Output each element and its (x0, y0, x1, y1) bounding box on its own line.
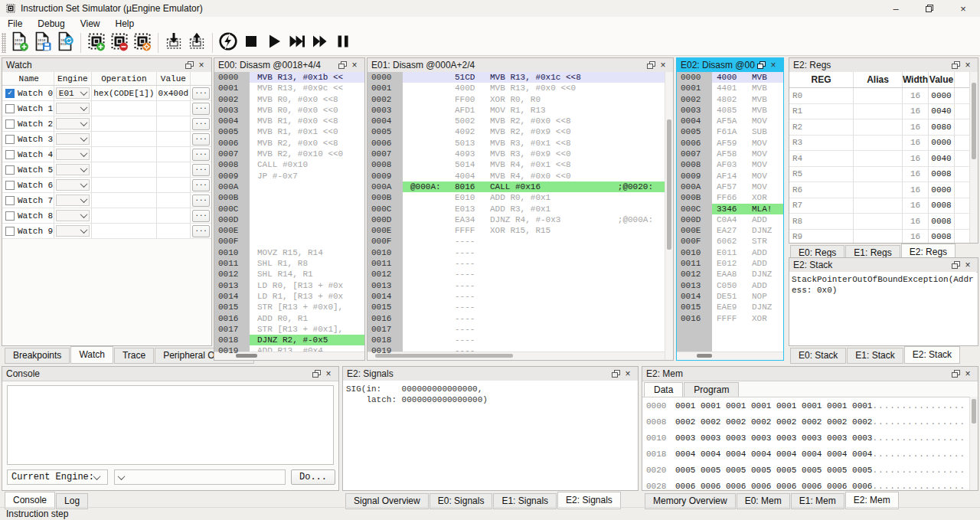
stack-tab[interactable]: E2: Stack (904, 346, 960, 364)
step-over-button[interactable] (286, 31, 309, 54)
disasm-line[interactable]: 0007AF58MOV (677, 149, 783, 159)
mem-row[interactable]: 00100003 0003 0003 0003 0003 0003 0003 0… (642, 430, 970, 446)
disasm-line[interactable]: 00004000MVB (677, 72, 783, 83)
disasm-line[interactable]: 000DC0A4ADD (677, 214, 783, 225)
reg-row[interactable]: R6160000 (789, 182, 970, 198)
disasm-line[interactable]: 00024802MVB (677, 94, 783, 105)
mem-subtab-program[interactable]: Program (684, 382, 739, 398)
disasm-line[interactable]: 0017STR [R13 + #0x1], (214, 324, 364, 335)
menu-item-help[interactable]: Help (108, 17, 142, 30)
disasm-line[interactable]: 0010E011ADD (677, 247, 783, 258)
disasm-line[interactable]: 000A (214, 182, 364, 192)
disasm-line[interactable]: 0014LD R1, [R13 + #0x (214, 291, 364, 302)
disasm-line[interactable]: 0003MVB R0, #0x0 <<0 (214, 105, 364, 116)
command-select[interactable] (114, 469, 286, 485)
float-icon[interactable] (609, 368, 622, 379)
more-button[interactable]: ... (192, 210, 210, 222)
watch-row[interactable]: Watch 4... (2, 147, 211, 162)
engine-combo[interactable] (56, 195, 90, 206)
more-button[interactable]: ... (192, 164, 210, 176)
disasm-line[interactable]: 0010---- (368, 247, 665, 258)
menu-item-debug[interactable]: Debug (30, 17, 72, 30)
stop-button[interactable] (240, 31, 263, 54)
more-button[interactable]: ... (192, 133, 210, 146)
disasm-line[interactable]: 000CE013ADD R3, #0x1 (368, 204, 665, 214)
disasm-line[interactable]: 0012EAA8DJNZ (677, 269, 783, 280)
watch-row[interactable]: Watch 3... (2, 132, 211, 147)
engine-combo[interactable] (56, 179, 90, 191)
disasm-line[interactable]: 000D (214, 214, 364, 225)
scrollbar-thumb[interactable] (667, 119, 671, 250)
disasm-line[interactable]: 0011---- (368, 258, 665, 269)
new-program-button[interactable]: 1010010 (8, 31, 31, 54)
watch-checkbox[interactable] (5, 104, 15, 113)
configure-engine-button[interactable] (131, 31, 154, 54)
disasm-line[interactable]: 000E (214, 225, 364, 236)
disasm-line[interactable]: 0016FFFFXOR (677, 313, 783, 324)
disasm-line[interactable]: 0016ADD R0, R1 (214, 313, 364, 324)
menu-item-view[interactable]: View (73, 17, 108, 30)
dock-tab[interactable]: Watch (70, 346, 113, 364)
watch-checkbox[interactable] (5, 135, 15, 144)
disasm-line[interactable]: 0013LD R0, [R13 + #0x (214, 280, 364, 291)
disasm-line[interactable]: 00054092MVB R2, #0x9 <<0 (368, 126, 665, 137)
disasm-line[interactable]: 0001MVB R13, #0x9c << (214, 83, 364, 93)
reg-row[interactable]: R7160008 (789, 198, 970, 214)
close-icon[interactable]: × (348, 60, 361, 70)
disasm-line[interactable]: 000F---- (368, 236, 665, 247)
close-icon[interactable]: × (962, 60, 974, 70)
disasm-line[interactable]: 0005MVB R1, #0x1 <<0 (214, 126, 364, 137)
disasm-line[interactable]: 0004MVB R1, #0x0 <<8 (214, 116, 364, 126)
more-button[interactable]: ... (192, 179, 210, 191)
float-icon[interactable] (310, 368, 322, 379)
reg-row[interactable]: R5160008 (789, 167, 970, 183)
disasm-line[interactable]: 0015EAE9DJNZ (677, 302, 783, 312)
flash-download-button[interactable] (162, 31, 185, 54)
engine-combo[interactable] (56, 149, 90, 160)
disasm-line[interactable]: 0009JP #-0x7 (214, 171, 364, 182)
more-button[interactable]: ... (192, 195, 210, 207)
disasm-line[interactable]: 0011E012ADD (677, 258, 783, 269)
mem-row[interactable]: 00280006 0006 0006 0006 0006 0006 0006 0… (642, 478, 970, 489)
float-icon[interactable] (949, 260, 962, 270)
disasm-line[interactable]: 0008CALL #0x10 (214, 159, 364, 170)
stack-tab[interactable]: E1: Stack (847, 348, 903, 364)
float-icon[interactable] (645, 60, 657, 70)
disasm-line[interactable]: 000EEA27DJNZ (677, 225, 783, 236)
fast-forward-button[interactable] (309, 31, 332, 54)
dock-tab[interactable]: Trace (114, 348, 154, 364)
disasm-line[interactable]: 00034085MVB (677, 105, 783, 116)
float-icon[interactable] (336, 60, 348, 70)
engine-combo[interactable] (56, 118, 90, 129)
disasm-line[interactable]: 0003AFD1MOV R1, R13 (368, 105, 665, 116)
watch-checkbox[interactable] (5, 227, 15, 236)
reload-program-button[interactable]: 1010010 (54, 31, 77, 54)
watch-row[interactable]: Watch 9... (2, 224, 211, 239)
disasm-line[interactable]: 000051CDMVB R13, #0x1c <<8 (368, 72, 665, 83)
watch-checkbox[interactable]: ✓ (5, 89, 15, 98)
disasm-line[interactable]: 0001400DMVB R13, #0x0 <<0 (368, 83, 665, 93)
disasm-line[interactable]: 00014401MVB (677, 83, 783, 93)
watch-checkbox[interactable] (5, 181, 15, 190)
more-button[interactable]: ... (192, 118, 210, 130)
scrollbar-thumb[interactable] (972, 399, 976, 424)
disasm-line[interactable]: 0012SHL R14, R1 (214, 269, 364, 280)
dock-tab[interactable]: Breakpoints (5, 348, 70, 364)
close-icon[interactable]: × (962, 368, 974, 379)
mem-row[interactable]: 00000001 0001 0001 0001 0001 0001 0001 0… (642, 397, 970, 414)
stack-tab[interactable]: E0: Stack (790, 348, 846, 364)
disasm-line[interactable]: 0017---- (368, 324, 665, 335)
watch-row[interactable]: ✓Watch 0E01hex(CODE[1])0x400d... (2, 86, 211, 101)
disasm-line[interactable]: 0007MVB R2, #0x10 <<0 (214, 149, 364, 159)
disasm-line[interactable]: 000EFFFFXOR R15, R15 (368, 225, 665, 236)
disasm-line[interactable]: 0004AF5AMOV (677, 116, 783, 126)
mem-subtab-data[interactable]: Data (644, 382, 683, 398)
disasm-line[interactable]: 000C (214, 204, 364, 214)
disasm-line[interactable]: 00045002MVB R2, #0x0 <<8 (368, 116, 665, 126)
disasm-line[interactable]: 0012---- (368, 269, 665, 280)
watch-row[interactable]: Watch 7... (2, 193, 211, 208)
pause-button[interactable] (332, 31, 354, 54)
disasm-line[interactable]: 000A@000A:8016CALL #0x16;@0020: (368, 182, 665, 192)
disasm-line[interactable]: 000AAF57MOV (677, 182, 783, 192)
remove-engine-button[interactable] (108, 31, 131, 54)
